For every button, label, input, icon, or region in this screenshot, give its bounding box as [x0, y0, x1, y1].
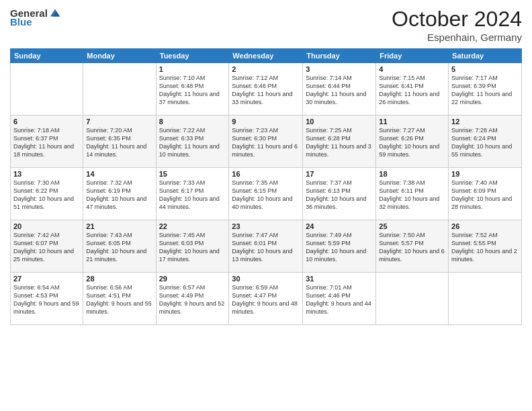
table-cell: 27Sunrise: 6:54 AM Sunset: 4:53 PM Dayli…: [11, 273, 83, 325]
day-number: 23: [232, 222, 300, 230]
day-info: Sunrise: 6:57 AM Sunset: 4:49 PM Dayligh…: [159, 283, 226, 316]
day-number: 17: [306, 170, 373, 178]
day-info: Sunrise: 7:47 AM Sunset: 6:01 PM Dayligh…: [232, 231, 300, 264]
week-row-4: 20Sunrise: 7:42 AM Sunset: 6:07 PM Dayli…: [11, 220, 522, 273]
day-number: 13: [13, 170, 80, 178]
day-number: 19: [451, 170, 519, 178]
day-number: 12: [451, 118, 519, 126]
day-number: 1: [159, 65, 226, 73]
day-info: Sunrise: 7:15 AM Sunset: 6:41 PM Dayligh…: [379, 74, 445, 107]
day-number: 4: [379, 65, 445, 73]
table-cell: 29Sunrise: 6:57 AM Sunset: 4:49 PM Dayli…: [156, 273, 229, 325]
table-cell: 20Sunrise: 7:42 AM Sunset: 6:07 PM Dayli…: [11, 220, 83, 273]
day-info: Sunrise: 7:22 AM Sunset: 6:33 PM Dayligh…: [159, 126, 226, 159]
table-cell: 11Sunrise: 7:27 AM Sunset: 6:26 PM Dayli…: [376, 116, 449, 168]
logo: General Blue: [10, 7, 61, 28]
table-cell: 24Sunrise: 7:49 AM Sunset: 5:59 PM Dayli…: [303, 220, 376, 273]
table-cell: 28Sunrise: 6:56 AM Sunset: 4:51 PM Dayli…: [83, 273, 156, 325]
table-cell: 13Sunrise: 7:30 AM Sunset: 6:22 PM Dayli…: [11, 168, 83, 220]
week-row-2: 6Sunrise: 7:18 AM Sunset: 6:37 PM Daylig…: [11, 116, 522, 168]
day-info: Sunrise: 7:32 AM Sunset: 6:19 PM Dayligh…: [86, 179, 152, 212]
calendar-table: Sunday Monday Tuesday Wednesday Thursday…: [10, 48, 522, 325]
page: General Blue October 2024 Espenhain, Ger…: [0, 0, 532, 411]
day-number: 10: [306, 118, 373, 126]
table-cell: 9Sunrise: 7:23 AM Sunset: 6:30 PM Daylig…: [229, 116, 303, 168]
day-number: 11: [379, 118, 445, 126]
header: General Blue October 2024 Espenhain, Ger…: [10, 7, 522, 43]
day-info: Sunrise: 7:01 AM Sunset: 4:46 PM Dayligh…: [306, 283, 373, 316]
day-number: 24: [306, 222, 373, 230]
day-info: Sunrise: 7:18 AM Sunset: 6:37 PM Dayligh…: [13, 126, 80, 159]
day-info: Sunrise: 7:43 AM Sunset: 6:05 PM Dayligh…: [86, 231, 152, 264]
day-info: Sunrise: 7:28 AM Sunset: 6:24 PM Dayligh…: [451, 126, 519, 159]
table-cell: 6Sunrise: 7:18 AM Sunset: 6:37 PM Daylig…: [11, 116, 83, 168]
day-number: 14: [86, 170, 152, 178]
table-cell: 2Sunrise: 7:12 AM Sunset: 6:46 PM Daylig…: [229, 63, 303, 116]
day-number: 31: [306, 275, 373, 283]
day-info: Sunrise: 7:37 AM Sunset: 6:13 PM Dayligh…: [306, 179, 373, 212]
calendar-header-row: Sunday Monday Tuesday Wednesday Thursday…: [11, 49, 522, 63]
table-cell: [11, 63, 83, 116]
day-info: Sunrise: 7:52 AM Sunset: 5:55 PM Dayligh…: [451, 231, 519, 264]
day-number: 16: [232, 170, 300, 178]
table-cell: 8Sunrise: 7:22 AM Sunset: 6:33 PM Daylig…: [156, 116, 229, 168]
table-cell: 16Sunrise: 7:35 AM Sunset: 6:15 PM Dayli…: [229, 168, 303, 220]
table-cell: 15Sunrise: 7:33 AM Sunset: 6:17 PM Dayli…: [156, 168, 229, 220]
day-info: Sunrise: 7:49 AM Sunset: 5:59 PM Dayligh…: [306, 231, 373, 264]
table-cell: 25Sunrise: 7:50 AM Sunset: 5:57 PM Dayli…: [376, 220, 449, 273]
day-info: Sunrise: 7:38 AM Sunset: 6:11 PM Dayligh…: [379, 179, 445, 212]
logo-icon: [49, 7, 61, 19]
location-title: Espenhain, Germany: [392, 32, 522, 43]
day-number: 9: [232, 118, 300, 126]
day-number: 30: [232, 275, 300, 283]
day-number: 21: [86, 222, 152, 230]
day-info: Sunrise: 7:45 AM Sunset: 6:03 PM Dayligh…: [159, 231, 226, 264]
day-info: Sunrise: 7:10 AM Sunset: 6:48 PM Dayligh…: [159, 74, 226, 107]
table-cell: 31Sunrise: 7:01 AM Sunset: 4:46 PM Dayli…: [303, 273, 376, 325]
table-cell: 19Sunrise: 7:40 AM Sunset: 6:09 PM Dayli…: [449, 168, 522, 220]
table-cell: 22Sunrise: 7:45 AM Sunset: 6:03 PM Dayli…: [156, 220, 229, 273]
day-info: Sunrise: 7:17 AM Sunset: 6:39 PM Dayligh…: [451, 74, 519, 107]
day-info: Sunrise: 7:30 AM Sunset: 6:22 PM Dayligh…: [13, 179, 80, 212]
table-cell: [83, 63, 156, 116]
table-cell: 10Sunrise: 7:25 AM Sunset: 6:28 PM Dayli…: [303, 116, 376, 168]
day-info: Sunrise: 7:50 AM Sunset: 5:57 PM Dayligh…: [379, 231, 445, 264]
table-cell: 26Sunrise: 7:52 AM Sunset: 5:55 PM Dayli…: [449, 220, 522, 273]
day-number: 28: [86, 275, 152, 283]
table-cell: 14Sunrise: 7:32 AM Sunset: 6:19 PM Dayli…: [83, 168, 156, 220]
col-wednesday: Wednesday: [229, 49, 303, 63]
table-cell: 4Sunrise: 7:15 AM Sunset: 6:41 PM Daylig…: [376, 63, 449, 116]
logo-blue-text: Blue: [10, 16, 32, 28]
col-friday: Friday: [376, 49, 449, 63]
day-number: 2: [232, 65, 300, 73]
table-cell: 23Sunrise: 7:47 AM Sunset: 6:01 PM Dayli…: [229, 220, 303, 273]
table-cell: [376, 273, 449, 325]
month-title: October 2024: [392, 7, 522, 32]
day-number: 29: [159, 275, 226, 283]
day-info: Sunrise: 7:33 AM Sunset: 6:17 PM Dayligh…: [159, 179, 226, 212]
table-cell: 5Sunrise: 7:17 AM Sunset: 6:39 PM Daylig…: [449, 63, 522, 116]
table-cell: 21Sunrise: 7:43 AM Sunset: 6:05 PM Dayli…: [83, 220, 156, 273]
day-info: Sunrise: 6:59 AM Sunset: 4:47 PM Dayligh…: [232, 283, 300, 316]
title-area: October 2024 Espenhain, Germany: [392, 7, 522, 43]
day-number: 15: [159, 170, 226, 178]
col-sunday: Sunday: [11, 49, 83, 63]
day-number: 25: [379, 222, 445, 230]
day-number: 3: [306, 65, 373, 73]
week-row-1: 1Sunrise: 7:10 AM Sunset: 6:48 PM Daylig…: [11, 63, 522, 116]
table-cell: 18Sunrise: 7:38 AM Sunset: 6:11 PM Dayli…: [376, 168, 449, 220]
table-cell: 3Sunrise: 7:14 AM Sunset: 6:44 PM Daylig…: [303, 63, 376, 116]
day-info: Sunrise: 7:40 AM Sunset: 6:09 PM Dayligh…: [451, 179, 519, 212]
day-number: 18: [379, 170, 445, 178]
day-number: 26: [451, 222, 519, 230]
table-cell: 1Sunrise: 7:10 AM Sunset: 6:48 PM Daylig…: [156, 63, 229, 116]
day-info: Sunrise: 7:12 AM Sunset: 6:46 PM Dayligh…: [232, 74, 300, 107]
day-info: Sunrise: 7:42 AM Sunset: 6:07 PM Dayligh…: [13, 231, 80, 264]
table-cell: 7Sunrise: 7:20 AM Sunset: 6:35 PM Daylig…: [83, 116, 156, 168]
table-cell: 30Sunrise: 6:59 AM Sunset: 4:47 PM Dayli…: [229, 273, 303, 325]
day-number: 5: [451, 65, 519, 73]
col-tuesday: Tuesday: [156, 49, 229, 63]
day-info: Sunrise: 7:23 AM Sunset: 6:30 PM Dayligh…: [232, 126, 300, 159]
day-info: Sunrise: 6:54 AM Sunset: 4:53 PM Dayligh…: [13, 283, 80, 316]
table-cell: 12Sunrise: 7:28 AM Sunset: 6:24 PM Dayli…: [449, 116, 522, 168]
